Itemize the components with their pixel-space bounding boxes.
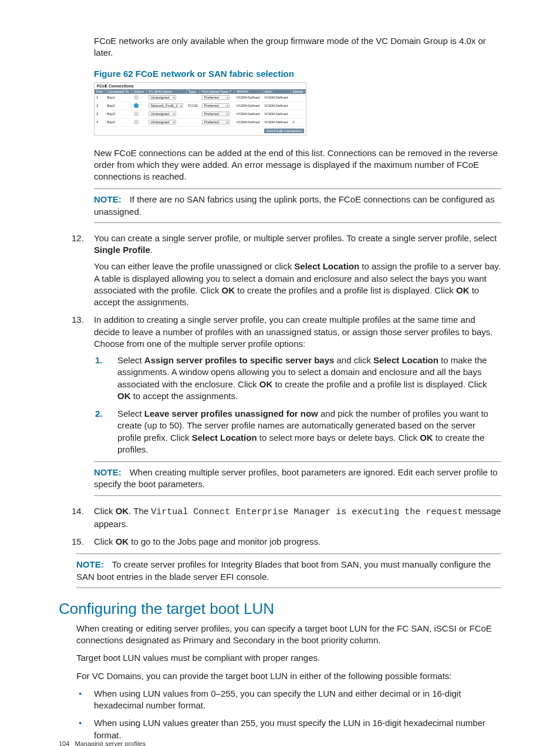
sub-list-item-2: 2. Select Leave server profiles unassign… [94,408,501,455]
text: . The [129,506,151,516]
sub-list-item-1: 1. Select Assign server profiles to spec… [94,355,501,402]
bold-select-location: Select Location [294,261,359,271]
speed-dropdown[interactable]: Preferred [202,103,230,108]
cell-status [132,118,147,126]
cell-speed[interactable]: Preferred [200,110,235,118]
note-text: To create server profiles for Integrity … [76,559,491,581]
cell-conn: Bay2 [105,102,132,110]
status-icon [134,112,139,116]
bullet-item: When using LUN values greater than 255, … [59,717,501,741]
cell-san[interactable]: Unassigned [147,118,187,126]
note-block: NOTE:To create server profiles for Integ… [76,553,501,588]
text: and click [334,355,373,365]
cell-san[interactable]: Network_FcoE_1 [147,102,187,110]
cell-port: 2 [95,102,105,110]
bold-leave-unassigned: Leave server profiles unassigned for now [144,409,318,418]
bold-ok: OK [456,285,470,295]
text: You can either leave the profile unassig… [94,261,294,271]
cell-port: 3 [95,110,105,118]
cell-speed[interactable]: Preferred [200,102,235,110]
col-port: Port [95,89,105,94]
cell-san[interactable]: Unassigned [147,110,187,118]
fcoe-connections-table: FCoE Connections Port Connected To Statu… [94,82,306,136]
text: to create the profile and a profile list… [272,379,487,389]
cell-status [132,94,147,102]
table-row: 4 Bay4 Unassigned Preferred VCEM-Defined… [95,118,306,126]
col-port-speed-type: Port Speed Type ? [200,89,235,94]
col-mac: MAC [262,89,291,94]
col-wwpn: WWPN [235,89,263,94]
bold-ok: OK [259,379,273,389]
bold-ok: OK [420,433,433,443]
note-block: NOTE:When creating multiple server profi… [94,461,501,496]
delete-icon[interactable]: X [291,118,305,126]
note-label: NOTE: [94,467,122,477]
document-page: FCoE networks are only available when th… [0,0,560,746]
text: You can create a single server profile, … [94,233,497,243]
cell-mac: VCEM-Defined [262,102,291,110]
cell-speed[interactable]: Preferred [200,118,235,126]
bold-ok: OK [116,506,129,516]
col-fc-san-name: FC SAN Name [147,89,187,94]
cell-delete [291,94,305,102]
text: to select more bays or delete bays. Clic… [257,433,420,443]
cell-port: 1 [95,94,105,102]
paragraph: When creating or editing server profiles… [59,623,501,647]
text: . [150,245,153,255]
cell-mac: VCEM-Defined [262,94,291,102]
paragraph: You can either leave the profile unassig… [94,261,501,308]
cell-wwpn: VCEM-Defined [235,110,263,118]
cell-type [186,94,200,102]
speed-dropdown[interactable]: Preferred [202,120,230,124]
speed-dropdown[interactable]: Preferred [202,95,230,100]
cell-delete [291,110,305,118]
cell-wwpn: VCEM-Defined [235,94,263,102]
bold-ok: OK [222,285,235,295]
mono-message: Virtual Connect Enterprise Manager is ex… [151,507,463,517]
cell-type [186,110,200,118]
cell-speed[interactable]: Preferred [200,94,235,102]
page-footer: 104 Managing server profiles [59,740,146,746]
cell-wwpn: VCEM-Defined [235,102,263,110]
cell-port: 4 [95,118,105,126]
cell-status [132,102,147,110]
fcoe-header-row: Port Connected To Status FC SAN Name Typ… [95,89,306,94]
bold-ok: OK [116,536,129,546]
note-label: NOTE: [76,559,104,569]
note-text: When creating multiple server profiles, … [94,467,498,489]
add-fcoe-connection-button[interactable]: Add FCoE Connection [264,129,304,133]
col-type: Type [186,89,200,94]
speed-dropdown[interactable]: Preferred [202,112,230,116]
text: In addition to creating a single server … [94,315,493,349]
san-dropdown[interactable]: Network_FcoE_1 [149,103,183,108]
intro-paragraph: FCoE networks are only available when th… [59,35,501,59]
figure-title: Figure 62 FCoE network or SAN fabric sel… [59,69,501,79]
sub-list-number: 1. [95,355,103,366]
text: Click [94,506,116,516]
note-text: If there are no SAN fabrics using the up… [94,194,495,216]
paragraph: For VC Domains, you can provide the targ… [59,670,501,682]
text: to create the profiles and a profile lis… [235,285,456,295]
san-dropdown[interactable]: Unassigned [149,112,176,116]
figure-screenshot: FCoE Connections Port Connected To Statu… [94,82,501,136]
list-number: 12. [72,232,84,244]
bold-select-location: Select Location [373,355,438,365]
text: to accept the assignments. [131,391,238,401]
text: Select [117,409,144,418]
cell-conn: Bay3 [105,110,132,118]
bold-assign-server-profiles: Assign server profiles to specific serve… [144,355,335,365]
list-number: 15. [72,536,84,548]
paragraph: Target boot LUN values must be compliant… [59,652,501,664]
table-row: 2 Bay2 Network_FcoE_1 FCOE Preferred VCE… [95,102,306,110]
list-item-12: 12. You can create a single server profi… [59,232,501,309]
text: Select [117,355,144,365]
san-dropdown[interactable]: Unassigned [149,95,176,100]
cell-san[interactable]: Unassigned [147,94,187,102]
bullet-item: When using LUN values from 0–255, you ca… [59,688,501,712]
list-number: 13. [72,314,84,326]
section-heading: Configuring the target boot LUN [59,600,501,618]
san-dropdown[interactable]: Unassigned [149,120,176,124]
page-number: 104 [59,740,69,746]
cell-type [186,118,200,126]
cell-conn: Bay1 [105,94,132,102]
